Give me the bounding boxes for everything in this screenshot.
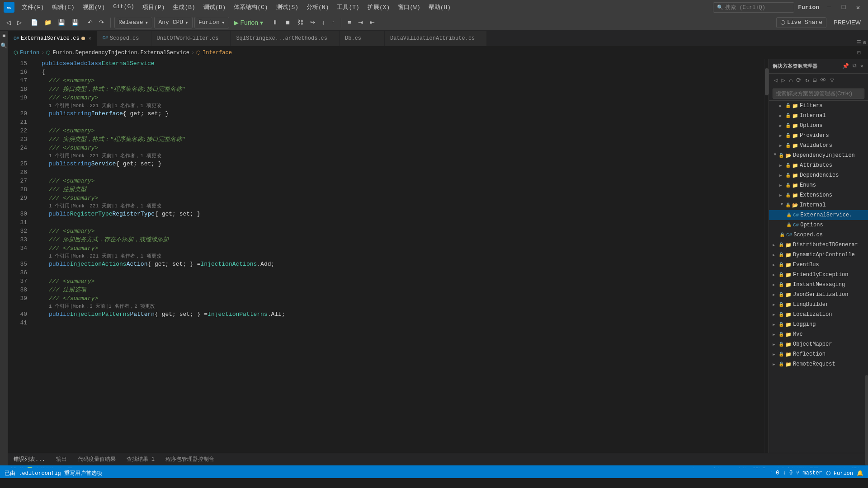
scrollbar-thumb[interactable] xyxy=(765,68,769,95)
bottom-tab-pkgmanager[interactable]: 程序包管理器控制台 xyxy=(160,453,220,466)
bell-icon[interactable]: 🔔 xyxy=(857,470,863,477)
forward-button[interactable]: ▷ xyxy=(14,18,24,27)
menu-window[interactable]: 窗口(W) xyxy=(394,1,424,13)
search-icon[interactable]: 🔍 xyxy=(1,42,7,49)
menu-git[interactable]: Git(G) xyxy=(109,1,138,13)
format-button[interactable]: ≡ xyxy=(345,18,354,27)
undo-button[interactable]: ↶ xyxy=(85,18,95,27)
tree-item-instantmsg[interactable]: ▶ 🔒 📁 InstantMessaging xyxy=(769,280,868,290)
arrow-linq[interactable]: ▶ xyxy=(773,302,777,307)
collapse-btn[interactable]: ⊟ xyxy=(811,75,818,85)
tree-item-internal[interactable]: ▶ 🔒 📁 Internal xyxy=(769,111,868,121)
close-button[interactable]: ✕ xyxy=(852,1,864,14)
tab-db[interactable]: Db.cs ✕ xyxy=(340,31,385,46)
arrow-friendlyex[interactable]: ▶ xyxy=(773,272,777,277)
menu-edit[interactable]: 编辑(E) xyxy=(48,1,78,13)
new-file-button[interactable]: 📄 xyxy=(28,18,41,27)
split-editor-icon[interactable]: ⊡ xyxy=(855,49,863,56)
arrow-options[interactable]: ▶ xyxy=(779,123,784,128)
menu-project[interactable]: 项目(P) xyxy=(139,1,168,13)
breadcrumb-member[interactable]: Interface xyxy=(203,50,232,56)
menu-arch[interactable]: 体系结构(C) xyxy=(230,1,271,13)
tree-item-depinj[interactable]: ▶ 🔒 📂 DependencyInjection xyxy=(769,150,868,160)
explorer-icon[interactable]: ≡ xyxy=(1,33,7,39)
arrow-distid[interactable]: ▶ xyxy=(773,243,777,248)
menu-view[interactable]: 视图(V) xyxy=(79,1,108,13)
tree-item-options2[interactable]: 🔒 C# Options xyxy=(769,220,868,230)
startup-project-dropdown[interactable]: Furion ▾ xyxy=(194,17,229,28)
arrow-refl[interactable]: ▶ xyxy=(773,352,777,357)
tree-item-distid[interactable]: ▶ 🔒 📁 DistributedIDGenerat xyxy=(769,240,868,250)
arrow-mvc[interactable]: ▶ xyxy=(773,332,777,337)
tree-item-providers[interactable]: ▶ 🔒 📁 Providers xyxy=(769,131,868,141)
arrow-log[interactable]: ▶ xyxy=(773,322,777,327)
home-btn[interactable]: ⌂ xyxy=(788,76,794,85)
tree-item-scoped[interactable]: 🔒 C# Scoped.cs xyxy=(769,230,868,240)
redo-button[interactable]: ↷ xyxy=(96,18,107,27)
arrow-jsonser[interactable]: ▶ xyxy=(773,292,777,297)
arrow-objmap[interactable]: ▶ xyxy=(773,342,777,347)
tabs-settings-icon[interactable]: ⚙ xyxy=(863,39,866,46)
arrow-filters[interactable]: ▶ xyxy=(779,103,784,108)
menu-help[interactable]: 帮助(H) xyxy=(425,1,454,13)
live-share-button[interactable]: ⬡ Live Share xyxy=(776,17,826,28)
tree-item-validators[interactable]: ▶ 🔒 📁 Validators xyxy=(769,141,868,150)
menu-test[interactable]: 测试(S) xyxy=(273,1,302,13)
back-button[interactable]: ◁ xyxy=(4,18,14,27)
minimize-button[interactable]: ─ xyxy=(823,1,835,14)
bottom-tab-errorlist[interactable]: 错误列表... xyxy=(8,453,51,466)
run-button[interactable]: ▶ Furion ▾ xyxy=(231,18,266,28)
tree-item-internal2[interactable]: ▶ 🔒 📂 Internal xyxy=(769,200,868,210)
code-view[interactable]: public sealed class ExternalService { //… xyxy=(31,59,764,453)
menu-build[interactable]: 生成(B) xyxy=(169,1,198,13)
tree-item-jsonser[interactable]: ▶ 🔒 📁 JsonSerialization xyxy=(769,290,868,300)
tree-item-externalservice[interactable]: 🔒 C# ExternalService. xyxy=(769,210,868,220)
sync-btn[interactable]: ⟳ xyxy=(795,75,803,85)
tree-item-remotereq[interactable]: ▶ 🔒 📁 RemoteRequest xyxy=(769,359,868,369)
forward-btn[interactable]: ▷ xyxy=(780,75,786,85)
step-into-button[interactable]: ↓ xyxy=(319,18,328,27)
tree-item-enums[interactable]: ▶ 🔒 📁 Enums xyxy=(769,180,868,190)
stop-button[interactable]: ⏹ xyxy=(282,18,293,27)
attach-button[interactable]: ⛓ xyxy=(295,18,306,27)
configuration-dropdown[interactable]: Release ▾ xyxy=(114,17,152,28)
save-button[interactable]: 💾 xyxy=(55,18,68,27)
breadcrumb-namespace[interactable]: Furion.DependencyInjection.ExternalServi… xyxy=(52,50,189,56)
pin-icon[interactable]: 📌 xyxy=(841,62,850,70)
arrow-depinj[interactable]: ▶ xyxy=(773,153,778,158)
solution-search-input[interactable] xyxy=(773,89,864,99)
breadcrumb-furion[interactable]: Furion xyxy=(20,50,39,56)
show-all-btn[interactable]: 👁 xyxy=(819,76,828,85)
arrow-enums[interactable]: ▶ xyxy=(779,183,784,188)
platform-dropdown[interactable]: Any CPU ▾ xyxy=(154,17,192,28)
save-all-button[interactable]: 💾 xyxy=(69,18,81,27)
arrow-deps[interactable]: ▶ xyxy=(779,173,784,178)
tab-unitofworkfilter[interactable]: UnitOfWorkFilter.cs ✕ xyxy=(151,31,231,46)
refresh-btn[interactable]: ↻ xyxy=(804,75,810,85)
menu-file[interactable]: 文件(F) xyxy=(18,1,47,13)
pause-button[interactable]: ⏸ xyxy=(269,18,281,27)
menu-analyze[interactable]: 分析(N) xyxy=(303,1,332,13)
arrow-ext[interactable]: ▶ xyxy=(779,193,784,198)
arrow-internal[interactable]: ▶ xyxy=(779,113,784,118)
back-btn[interactable]: ◁ xyxy=(773,75,779,85)
tree-item-attributes[interactable]: ▶ 🔒 📁 Attributes xyxy=(769,160,868,170)
arrow-providers[interactable]: ▶ xyxy=(779,133,784,138)
tree-item-filters[interactable]: ▶ 🔒 📁 Filters xyxy=(769,101,868,111)
tree-item-logging[interactable]: ▶ 🔒 📁 Logging xyxy=(769,319,868,329)
tab-externalservice[interactable]: C# ExternalService.cs ✕ xyxy=(8,31,97,46)
arrow-int2[interactable]: ▶ xyxy=(779,203,784,207)
tree-item-eventbus[interactable]: ▶ 🔒 📁 EventBus xyxy=(769,260,868,270)
maximize-button[interactable]: □ xyxy=(837,1,850,14)
tree-item-ext[interactable]: ▶ 🔒 📁 Extensions xyxy=(769,190,868,200)
tree-item-mvc[interactable]: ▶ 🔒 📁 Mvc xyxy=(769,329,868,339)
menu-extensions[interactable]: 扩展(X) xyxy=(364,1,393,13)
arrow-instantmsg[interactable]: ▶ xyxy=(773,282,777,287)
tab-datavalidation[interactable]: DataValidationAttribute.cs ✕ xyxy=(385,31,487,46)
float-icon[interactable]: ⧉ xyxy=(852,62,858,70)
arrow-attr[interactable]: ▶ xyxy=(779,163,784,168)
tree-item-objmapper[interactable]: ▶ 🔒 📁 ObjectMapper xyxy=(769,339,868,349)
step-over-button[interactable]: ↪ xyxy=(307,18,318,27)
vertical-scrollbar[interactable] xyxy=(764,59,769,453)
arrow-remotereq[interactable]: ▶ xyxy=(773,362,777,367)
